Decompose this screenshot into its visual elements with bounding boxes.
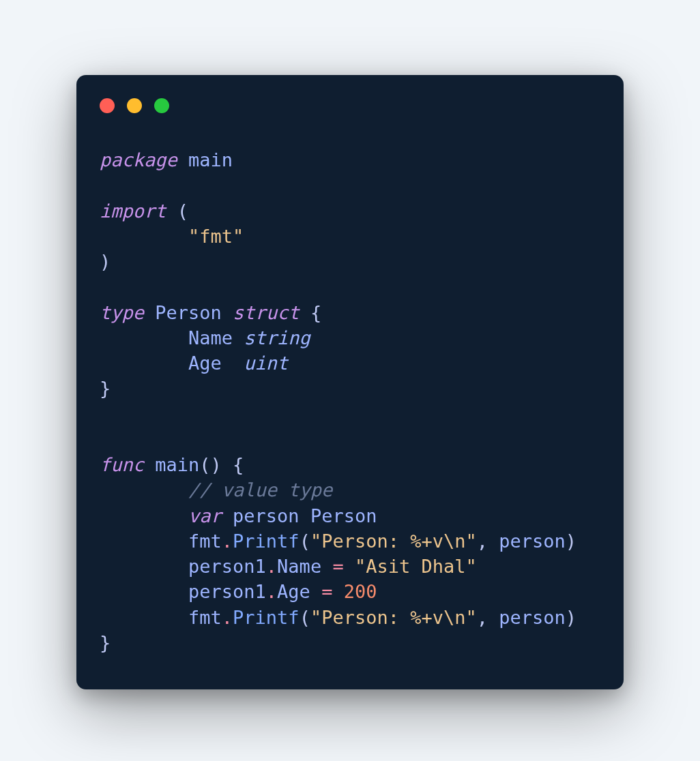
ident-fmt-2: fmt (188, 607, 222, 628)
var-person: person (233, 505, 300, 526)
main-parens: () (199, 454, 222, 475)
import-paren-open: ( (177, 200, 188, 222)
struct-brace-open: { (310, 302, 321, 323)
window-titlebar (100, 98, 600, 113)
keyword-import: import (100, 200, 166, 222)
type-uint: uint (244, 353, 288, 374)
close-dot-icon[interactable] (100, 98, 115, 113)
field-age-assign: Age (277, 581, 310, 602)
dot-1: . (222, 531, 233, 552)
comment-value-type: // value type (188, 479, 332, 501)
dot-4: . (222, 607, 233, 628)
printf-string-1: "Person: %+v\n" (310, 531, 477, 552)
printf-string-2: "Person: %+v\n" (310, 607, 477, 628)
keyword-struct: struct (233, 302, 300, 323)
ident-person1-a: person1 (188, 556, 266, 577)
field-age: Age (188, 353, 222, 374)
keyword-func: func (100, 454, 144, 475)
comma-2: , (477, 607, 488, 628)
main-brace-close: } (100, 632, 111, 653)
code-block: package main import ( "fmt" ) type Perso… (100, 147, 600, 655)
maximize-dot-icon[interactable] (154, 98, 169, 113)
import-paren-close: ) (100, 251, 111, 272)
code-window: package main import ( "fmt" ) type Perso… (76, 75, 624, 689)
ident-fmt-1: fmt (188, 531, 222, 552)
import-fmt-string: "fmt" (188, 226, 244, 247)
package-name: main (188, 149, 233, 170)
keyword-type: type (100, 302, 144, 323)
keyword-var: var (188, 505, 222, 526)
func-main: main (155, 454, 199, 475)
comma-1: , (477, 531, 488, 552)
eq-1: = (332, 556, 343, 577)
keyword-package: package (100, 149, 177, 170)
paren-open-2: ( (300, 607, 310, 628)
fn-printf-1: Printf (233, 531, 300, 552)
paren-close-1: ) (566, 531, 577, 552)
number-200: 200 (344, 581, 377, 602)
page: package main import ( "fmt" ) type Perso… (0, 0, 700, 761)
struct-brace-close: } (100, 378, 111, 399)
arg-person-1: person (499, 531, 566, 552)
type-string: string (244, 327, 310, 348)
var-person-type: Person (310, 505, 377, 526)
type-person: Person (155, 302, 222, 323)
eq-2: = (321, 581, 332, 602)
field-name-assign: Name (277, 556, 321, 577)
paren-open-1: ( (300, 531, 310, 552)
ident-person1-b: person1 (188, 581, 266, 602)
main-brace-open: { (233, 454, 244, 475)
paren-close-2: ) (566, 607, 577, 628)
minimize-dot-icon[interactable] (127, 98, 142, 113)
field-name: Name (188, 327, 233, 348)
dot-2: . (266, 556, 277, 577)
dot-3: . (266, 581, 277, 602)
string-asit: "Asit Dhal" (355, 556, 477, 577)
fn-printf-2: Printf (233, 607, 300, 628)
arg-person-2: person (499, 607, 566, 628)
